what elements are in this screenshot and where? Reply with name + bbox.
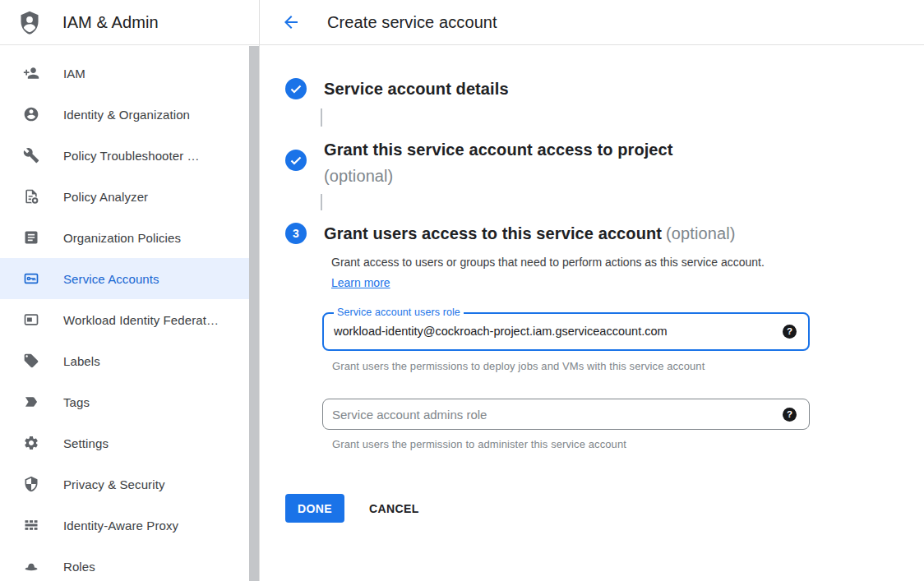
- app-title: IAM & Admin: [62, 13, 159, 32]
- service-account-key-icon: [23, 270, 39, 287]
- sidebar-item-roles[interactable]: Roles: [0, 546, 259, 581]
- label-icon: [23, 353, 39, 369]
- sidebar-header: IAM & Admin: [0, 0, 259, 45]
- sidebar-item-privacy-security[interactable]: Privacy & Security: [0, 463, 259, 505]
- sidebar-item-label: Settings: [63, 436, 109, 450]
- users-role-input[interactable]: [334, 325, 774, 338]
- sidebar-item-label: Policy Troubleshooter …: [63, 149, 200, 163]
- back-button[interactable]: [281, 12, 301, 32]
- sidebar-item-label: Workload Identity Federat…: [63, 313, 219, 327]
- users-role-help-icon[interactable]: ?: [783, 325, 797, 339]
- sidebar-scrollbar[interactable]: [249, 46, 259, 581]
- service-account-users-role-field: Service account users role ?: [322, 307, 810, 351]
- sidebar-item-label: Identity-Aware Proxy: [63, 519, 178, 533]
- step-2-optional-label: (optional): [324, 163, 673, 189]
- step-3-grant-users-access: 3 Grant users access to this service acc…: [285, 222, 924, 245]
- sidebar-item-label: Identity & Organization: [63, 108, 190, 122]
- step-3-description: Grant access to users or groups that nee…: [331, 252, 785, 293]
- back-arrow-icon: [281, 12, 301, 32]
- sidebar-item-identity-aware-proxy[interactable]: Identity-Aware Proxy: [0, 505, 259, 546]
- sidebar-item-label: IAM: [63, 67, 85, 81]
- sidebar-item-service-accounts[interactable]: Service Accounts: [0, 258, 259, 299]
- gear-icon: [23, 435, 39, 451]
- users-role-helper-text: Grant users the permissions to deploy jo…: [332, 360, 924, 372]
- wrench-icon: [23, 147, 39, 164]
- person-add-icon: [23, 65, 39, 81]
- step-3-number: 3: [293, 227, 299, 240]
- hat-icon: [23, 558, 39, 574]
- sidebar-item-iam[interactable]: IAM: [0, 53, 259, 94]
- sidebar: IAM & Admin IAM Identity & Organization …: [0, 0, 260, 581]
- iam-admin-shield-icon: [17, 7, 42, 38]
- step-connector: [321, 108, 322, 127]
- step-1-title: Service account details: [324, 78, 509, 99]
- sidebar-item-label: Tags: [63, 395, 90, 409]
- sidebar-item-identity-organization[interactable]: Identity & Organization: [0, 94, 259, 135]
- tag-icon: [23, 394, 39, 410]
- sidebar-item-label: Privacy & Security: [63, 477, 165, 491]
- admins-role-input[interactable]: [332, 408, 774, 422]
- account-circle-icon: [23, 106, 39, 122]
- page-header: Create service account: [260, 0, 924, 45]
- sidebar-item-labels[interactable]: Labels: [0, 340, 259, 381]
- step-2-title: Grant this service account access to pro…: [324, 141, 673, 159]
- sidebar-item-organization-policies[interactable]: Organization Policies: [0, 217, 259, 258]
- sidebar-scrollbar-thumb[interactable]: [249, 46, 259, 581]
- org-policies-document-icon: [23, 229, 39, 246]
- step-3-number-badge: 3: [285, 223, 307, 244]
- form-actions: DONE CANCEL: [285, 494, 924, 523]
- cancel-button[interactable]: CANCEL: [369, 496, 419, 522]
- step-3-optional-label: (optional): [666, 224, 735, 242]
- sidebar-nav: IAM Identity & Organization Policy Troub…: [0, 45, 259, 581]
- step-connector: [321, 194, 322, 210]
- step-2-grant-access-to-project: Grant this service account access to pro…: [285, 136, 924, 189]
- sidebar-item-label: Roles: [63, 560, 95, 574]
- sidebar-item-label: Policy Analyzer: [63, 190, 148, 204]
- step-2-complete-check-icon: [285, 150, 307, 171]
- learn-more-link[interactable]: Learn more: [331, 276, 390, 289]
- admins-role-helper-text: Grant users the permission to administer…: [332, 438, 924, 450]
- sidebar-item-tags[interactable]: Tags: [0, 381, 259, 422]
- done-button[interactable]: DONE: [285, 494, 344, 523]
- sidebar-item-policy-analyzer[interactable]: Policy Analyzer: [0, 176, 259, 217]
- create-service-account-form: Service account details Grant this servi…: [260, 45, 924, 523]
- main-panel: Create service account Service account d…: [260, 0, 924, 581]
- policy-analyzer-icon: [23, 188, 39, 205]
- workload-identity-badge-icon: [23, 311, 39, 328]
- sidebar-item-label: Service Accounts: [63, 272, 159, 286]
- page-title: Create service account: [327, 13, 497, 32]
- admins-role-help-icon[interactable]: ?: [783, 408, 797, 422]
- sidebar-item-label: Labels: [63, 354, 100, 368]
- step-3-title: Grant users access to this service accou…: [324, 222, 735, 245]
- sidebar-item-workload-identity-federation[interactable]: Workload Identity Federat…: [0, 299, 259, 340]
- step-1-service-account-details: Service account details: [285, 78, 924, 99]
- users-role-field-label: Service account users role: [334, 307, 464, 319]
- shield-half-icon: [23, 476, 39, 492]
- proxy-grid-icon: [23, 517, 39, 533]
- gcp-console-app: IAM & Admin IAM Identity & Organization …: [0, 0, 924, 581]
- sidebar-item-label: Organization Policies: [63, 231, 181, 245]
- service-account-admins-role-field: ?: [322, 399, 810, 430]
- step-1-complete-check-icon: [285, 78, 307, 99]
- step-2-title-block: Grant this service account access to pro…: [324, 136, 673, 189]
- sidebar-item-policy-troubleshooter[interactable]: Policy Troubleshooter …: [0, 135, 259, 176]
- sidebar-item-settings[interactable]: Settings: [0, 422, 259, 463]
